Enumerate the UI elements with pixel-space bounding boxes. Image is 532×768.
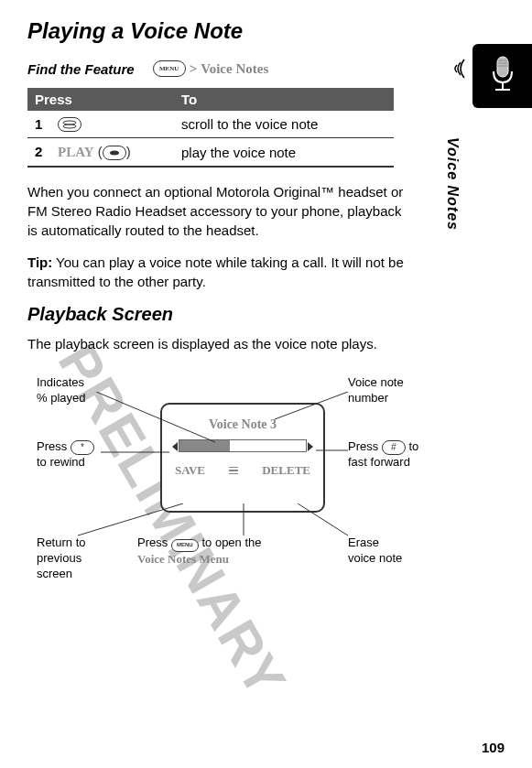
svg-line-10	[275, 392, 348, 419]
callout-percent-played: Indicates % played	[37, 375, 85, 406]
callout-text: Press	[348, 439, 382, 453]
callout-line	[298, 503, 353, 540]
header-press: Press	[27, 88, 174, 111]
callout-voice-note-number: Voice note number	[348, 375, 404, 406]
callout-text: to open the	[199, 535, 262, 549]
callout-rewind: Press * to rewind	[37, 439, 94, 471]
soft-key-icon	[103, 146, 126, 160]
callout-line	[275, 392, 348, 424]
paren-open: (	[98, 144, 103, 159]
callout-line	[240, 503, 247, 535]
scroll-key-icon	[58, 117, 81, 132]
step-desc: scroll to the voice note	[174, 111, 394, 138]
find-feature-label: Find the Feature	[27, 61, 135, 77]
playback-screen-subtitle: Playback Screen	[27, 304, 505, 325]
page-title: Playing a Voice Note	[27, 18, 505, 44]
save-softkey-label: SAVE	[175, 463, 205, 478]
callout-fast-forward: Press # to fast forward	[348, 439, 418, 471]
menu-hamburger-icon	[229, 463, 238, 478]
forward-arrow-icon	[308, 442, 313, 451]
callout-return-prev: Return to previous screen	[37, 535, 85, 582]
callout-open-menu: Press MENU to open the Voice Notes Menu	[137, 535, 262, 568]
callout-text: to rewind	[37, 455, 85, 469]
paren-close: )	[126, 144, 131, 159]
find-feature-path: MENU > Voice Notes	[153, 60, 269, 77]
paragraph-playback: The playback screen is displayed as the …	[27, 334, 412, 353]
callout-text: Press	[137, 535, 171, 549]
page-number: 109	[482, 740, 505, 755]
callout-line	[316, 447, 348, 454]
svg-line-13	[78, 503, 183, 535]
hash-key-icon: #	[382, 440, 406, 455]
find-feature-row: Find the Feature MENU > Voice Notes	[27, 60, 505, 77]
step-desc: play the voice note	[174, 138, 394, 168]
table-header-row: Press To	[27, 88, 394, 111]
svg-line-9	[96, 392, 215, 442]
voice-notes-menu-text: Voice Notes Menu	[137, 552, 229, 566]
tip-label: Tip:	[27, 254, 52, 270]
tip-text: You can play a voice note while taking a…	[27, 254, 404, 289]
callout-text: Press	[37, 439, 71, 453]
playback-diagram: Voice Note 3 SAVE DELETE Indicates % pla…	[27, 366, 449, 622]
table-row: 1 scroll to the voice note	[27, 111, 394, 138]
callout-erase: Erase voice note	[348, 535, 402, 567]
header-to: To	[174, 88, 394, 111]
paragraph-tip: Tip: You can play a voice note while tak…	[27, 253, 412, 291]
greater-than: >	[190, 61, 198, 77]
menu-key-icon: MENU	[153, 60, 186, 77]
svg-point-8	[110, 151, 119, 156]
callout-line	[96, 392, 215, 447]
step-number: 2	[35, 144, 42, 159]
voice-notes-path: Voice Notes	[201, 61, 268, 77]
instruction-table: Press To 1 scroll to the voice note 2	[27, 88, 394, 168]
callout-line	[78, 503, 188, 540]
svg-line-15	[298, 503, 348, 535]
svg-point-6	[63, 121, 76, 124]
svg-point-7	[63, 124, 76, 128]
step-number: 1	[35, 116, 42, 132]
delete-softkey-label: DELETE	[262, 463, 310, 478]
star-key-icon: *	[71, 440, 94, 455]
menu-key-icon: MENU	[171, 539, 199, 552]
paragraph-headset: When you connect an optional Motorola Or…	[27, 182, 412, 240]
table-row: 2 PLAY ( ) play the voice note	[27, 138, 394, 168]
callout-line	[101, 449, 169, 456]
play-key-label: PLAY	[58, 145, 93, 159]
